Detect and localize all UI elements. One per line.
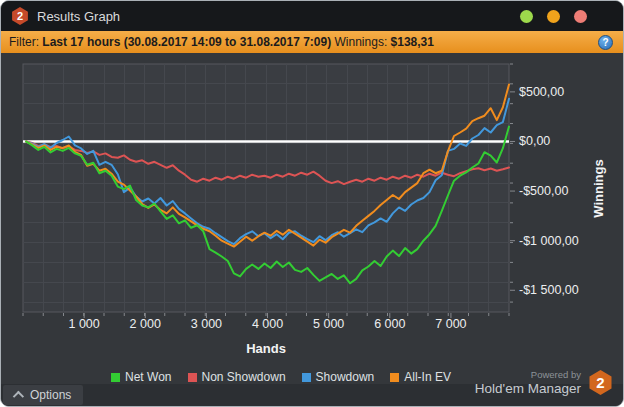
results-graph-window: 2 Results Graph Filter: Last 17 hours (3… [0,0,624,407]
legend-swatch-icon [188,373,197,382]
window-controls [520,10,587,23]
legend-label: All-In EV [404,370,451,384]
options-button[interactable]: Options [3,385,83,405]
brand-name: Hold'em Manager [475,381,581,396]
y-tick-label: $0,00 [519,133,550,149]
x-tick-label: 6 000 [360,317,420,331]
chart-legend: Net WonNon ShowdownShowdownAll-In EV [41,370,521,384]
powered-by-branding: Powered by Hold'em Manager 2 [475,369,613,396]
powered-by-text: Powered by [531,369,581,380]
x-tick-label: 3 000 [176,317,236,331]
title-bar: 2 Results Graph [1,1,623,31]
legend-item-all-in-ev[interactable]: All-In EV [390,370,451,384]
legend-swatch-icon [390,373,399,382]
window-control-close-icon[interactable] [574,10,587,23]
y-tick-label: -$1 000,00 [519,233,579,249]
y-tick-label: -$500,00 [519,183,568,199]
chevron-up-icon [13,391,24,402]
legend-item-net-won[interactable]: Net Won [111,370,171,384]
results-line-chart [1,53,624,386]
x-axis-title: Hands [23,341,509,356]
y-tick-label: $500,00 [519,84,564,100]
y-tick-label: -$1 500,00 [519,282,579,298]
window-control-maximize-icon[interactable] [547,10,560,23]
winnings-value: $138,31 [391,35,434,49]
winnings-label: Winnings: [331,35,390,49]
app-logo-icon: 2 [11,7,29,25]
x-tick-label: 1 000 [54,317,114,331]
legend-swatch-icon [111,373,120,382]
legend-label: Net Won [125,370,171,384]
filter-label: Filter: [9,35,42,49]
info-icon[interactable]: ? [598,35,613,50]
x-tick-label: 7 000 [421,317,481,331]
x-tick-label: 5 000 [299,317,359,331]
brand-logo-icon: 2 [588,370,613,395]
filter-bar[interactable]: Filter: Last 17 hours (30.08.2017 14:09 … [1,31,623,53]
y-axis-title: Winnings [589,64,607,312]
window-title: Results Graph [37,9,120,24]
filter-range-text: Last 17 hours (30.08.2017 14:09 to 31.08… [42,35,331,49]
x-tick-label: 2 000 [115,317,175,331]
x-tick-label: 4 000 [238,317,298,331]
legend-item-showdown[interactable]: Showdown [302,370,375,384]
legend-item-non-showdown[interactable]: Non Showdown [188,370,286,384]
chart-area: $500,00$0,00-$500,00-$1 000,00-$1 500,00… [1,53,623,384]
legend-label: Showdown [316,370,375,384]
window-control-minimize-icon[interactable] [520,10,533,23]
legend-label: Non Showdown [202,370,286,384]
options-button-label: Options [30,388,71,402]
legend-swatch-icon [302,373,311,382]
